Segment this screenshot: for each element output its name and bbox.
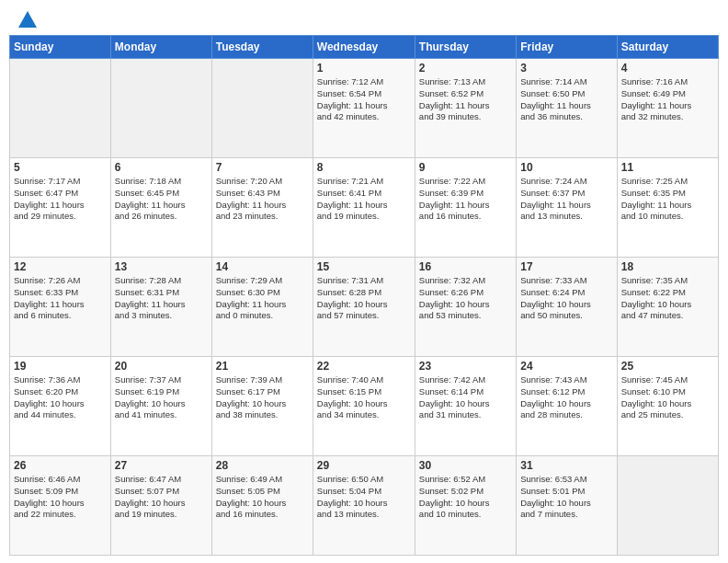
day-number: 8 xyxy=(317,161,411,174)
day-number: 27 xyxy=(115,459,208,472)
day-cell: 20Sunrise: 7:37 AM Sunset: 6:19 PM Dayli… xyxy=(110,357,211,456)
day-number: 3 xyxy=(520,62,612,75)
day-info: Sunrise: 7:40 AM Sunset: 6:15 PM Dayligh… xyxy=(317,374,411,421)
day-cell: 13Sunrise: 7:28 AM Sunset: 6:31 PM Dayli… xyxy=(110,258,211,357)
day-number: 31 xyxy=(520,459,612,472)
day-info: Sunrise: 7:37 AM Sunset: 6:19 PM Dayligh… xyxy=(115,374,208,421)
days-header-row: SundayMondayTuesdayWednesdayThursdayFrid… xyxy=(10,36,719,59)
day-cell: 27Sunrise: 6:47 AM Sunset: 5:07 PM Dayli… xyxy=(110,456,211,556)
page: SundayMondayTuesdayWednesdayThursdayFrid… xyxy=(0,0,728,563)
day-info: Sunrise: 7:31 AM Sunset: 6:28 PM Dayligh… xyxy=(317,275,411,322)
day-cell: 18Sunrise: 7:35 AM Sunset: 6:22 PM Dayli… xyxy=(617,258,718,357)
day-number: 22 xyxy=(317,360,411,373)
day-cell xyxy=(110,59,211,158)
logo xyxy=(17,11,37,29)
day-number: 7 xyxy=(216,161,309,174)
day-number: 30 xyxy=(419,459,512,472)
day-number: 21 xyxy=(216,360,309,373)
day-cell: 29Sunrise: 6:50 AM Sunset: 5:04 PM Dayli… xyxy=(313,456,415,556)
day-cell: 26Sunrise: 6:46 AM Sunset: 5:09 PM Dayli… xyxy=(10,456,111,556)
day-cell: 2Sunrise: 7:13 AM Sunset: 6:52 PM Daylig… xyxy=(415,59,516,158)
day-header-wednesday: Wednesday xyxy=(313,36,415,59)
week-row-3: 12Sunrise: 7:26 AM Sunset: 6:33 PM Dayli… xyxy=(10,258,719,357)
day-cell: 15Sunrise: 7:31 AM Sunset: 6:28 PM Dayli… xyxy=(313,258,415,357)
day-number: 10 xyxy=(520,161,612,174)
day-info: Sunrise: 7:20 AM Sunset: 6:43 PM Dayligh… xyxy=(216,176,309,223)
day-cell: 4Sunrise: 7:16 AM Sunset: 6:49 PM Daylig… xyxy=(617,59,718,158)
day-number: 12 xyxy=(14,260,107,273)
day-info: Sunrise: 7:25 AM Sunset: 6:35 PM Dayligh… xyxy=(621,176,714,223)
day-info: Sunrise: 7:22 AM Sunset: 6:39 PM Dayligh… xyxy=(419,176,512,223)
day-number: 2 xyxy=(419,62,512,75)
calendar: SundayMondayTuesdayWednesdayThursdayFrid… xyxy=(0,35,728,563)
day-number: 1 xyxy=(317,62,411,75)
day-number: 23 xyxy=(419,360,512,373)
day-info: Sunrise: 7:45 AM Sunset: 6:10 PM Dayligh… xyxy=(621,374,714,421)
day-cell xyxy=(617,456,718,556)
day-info: Sunrise: 6:53 AM Sunset: 5:01 PM Dayligh… xyxy=(520,474,612,521)
day-header-friday: Friday xyxy=(517,36,617,59)
day-cell xyxy=(211,59,313,158)
day-info: Sunrise: 6:47 AM Sunset: 5:07 PM Dayligh… xyxy=(115,474,208,521)
day-cell: 21Sunrise: 7:39 AM Sunset: 6:17 PM Dayli… xyxy=(211,357,313,456)
day-number: 5 xyxy=(14,161,107,174)
day-info: Sunrise: 7:42 AM Sunset: 6:14 PM Dayligh… xyxy=(419,374,512,421)
day-cell: 23Sunrise: 7:42 AM Sunset: 6:14 PM Dayli… xyxy=(415,357,516,456)
week-row-1: 1Sunrise: 7:12 AM Sunset: 6:54 PM Daylig… xyxy=(10,59,719,158)
day-number: 18 xyxy=(621,260,714,273)
day-cell: 28Sunrise: 6:49 AM Sunset: 5:05 PM Dayli… xyxy=(211,456,313,556)
day-number: 13 xyxy=(115,260,208,273)
day-number: 4 xyxy=(621,62,714,75)
day-number: 24 xyxy=(520,360,612,373)
day-info: Sunrise: 7:35 AM Sunset: 6:22 PM Dayligh… xyxy=(621,275,714,322)
day-number: 28 xyxy=(216,459,309,472)
day-info: Sunrise: 6:49 AM Sunset: 5:05 PM Dayligh… xyxy=(216,474,309,521)
day-cell: 25Sunrise: 7:45 AM Sunset: 6:10 PM Dayli… xyxy=(617,357,718,456)
day-cell: 22Sunrise: 7:40 AM Sunset: 6:15 PM Dayli… xyxy=(313,357,415,456)
day-info: Sunrise: 7:28 AM Sunset: 6:31 PM Dayligh… xyxy=(115,275,208,322)
day-cell: 30Sunrise: 6:52 AM Sunset: 5:02 PM Dayli… xyxy=(415,456,516,556)
day-cell: 17Sunrise: 7:33 AM Sunset: 6:24 PM Dayli… xyxy=(517,258,617,357)
day-info: Sunrise: 6:46 AM Sunset: 5:09 PM Dayligh… xyxy=(14,474,107,521)
day-cell: 9Sunrise: 7:22 AM Sunset: 6:39 PM Daylig… xyxy=(415,158,516,258)
day-number: 29 xyxy=(317,459,411,472)
day-header-tuesday: Tuesday xyxy=(211,36,313,59)
day-info: Sunrise: 7:29 AM Sunset: 6:30 PM Dayligh… xyxy=(216,275,309,322)
day-info: Sunrise: 7:14 AM Sunset: 6:50 PM Dayligh… xyxy=(520,76,612,123)
day-cell: 5Sunrise: 7:17 AM Sunset: 6:47 PM Daylig… xyxy=(10,158,111,258)
day-number: 26 xyxy=(14,459,107,472)
day-info: Sunrise: 7:18 AM Sunset: 6:45 PM Dayligh… xyxy=(115,176,208,223)
day-cell: 3Sunrise: 7:14 AM Sunset: 6:50 PM Daylig… xyxy=(517,59,617,158)
day-cell: 31Sunrise: 6:53 AM Sunset: 5:01 PM Dayli… xyxy=(517,456,617,556)
day-cell: 12Sunrise: 7:26 AM Sunset: 6:33 PM Dayli… xyxy=(10,258,111,357)
day-cell: 19Sunrise: 7:36 AM Sunset: 6:20 PM Dayli… xyxy=(10,357,111,456)
day-cell xyxy=(10,59,111,158)
day-info: Sunrise: 7:36 AM Sunset: 6:20 PM Dayligh… xyxy=(14,374,107,421)
calendar-table: SundayMondayTuesdayWednesdayThursdayFrid… xyxy=(9,35,719,556)
day-number: 14 xyxy=(216,260,309,273)
day-number: 15 xyxy=(317,260,411,273)
day-number: 9 xyxy=(419,161,512,174)
week-row-2: 5Sunrise: 7:17 AM Sunset: 6:47 PM Daylig… xyxy=(10,158,719,258)
day-number: 11 xyxy=(621,161,714,174)
day-info: Sunrise: 7:32 AM Sunset: 6:26 PM Dayligh… xyxy=(419,275,512,322)
day-number: 20 xyxy=(115,360,208,373)
day-cell: 7Sunrise: 7:20 AM Sunset: 6:43 PM Daylig… xyxy=(211,158,313,258)
day-info: Sunrise: 7:17 AM Sunset: 6:47 PM Dayligh… xyxy=(14,176,107,223)
day-cell: 24Sunrise: 7:43 AM Sunset: 6:12 PM Dayli… xyxy=(517,357,617,456)
day-info: Sunrise: 7:16 AM Sunset: 6:49 PM Dayligh… xyxy=(621,76,714,123)
day-header-saturday: Saturday xyxy=(617,36,718,59)
day-number: 6 xyxy=(115,161,208,174)
day-cell: 11Sunrise: 7:25 AM Sunset: 6:35 PM Dayli… xyxy=(617,158,718,258)
day-number: 17 xyxy=(520,260,612,273)
header xyxy=(0,0,728,35)
day-number: 19 xyxy=(14,360,107,373)
week-row-4: 19Sunrise: 7:36 AM Sunset: 6:20 PM Dayli… xyxy=(10,357,719,456)
day-info: Sunrise: 7:21 AM Sunset: 6:41 PM Dayligh… xyxy=(317,176,411,223)
day-info: Sunrise: 6:50 AM Sunset: 5:04 PM Dayligh… xyxy=(317,474,411,521)
day-cell: 16Sunrise: 7:32 AM Sunset: 6:26 PM Dayli… xyxy=(415,258,516,357)
day-cell: 8Sunrise: 7:21 AM Sunset: 6:41 PM Daylig… xyxy=(313,158,415,258)
day-info: Sunrise: 7:26 AM Sunset: 6:33 PM Dayligh… xyxy=(14,275,107,322)
day-info: Sunrise: 7:13 AM Sunset: 6:52 PM Dayligh… xyxy=(419,76,512,123)
week-row-5: 26Sunrise: 6:46 AM Sunset: 5:09 PM Dayli… xyxy=(10,456,719,556)
